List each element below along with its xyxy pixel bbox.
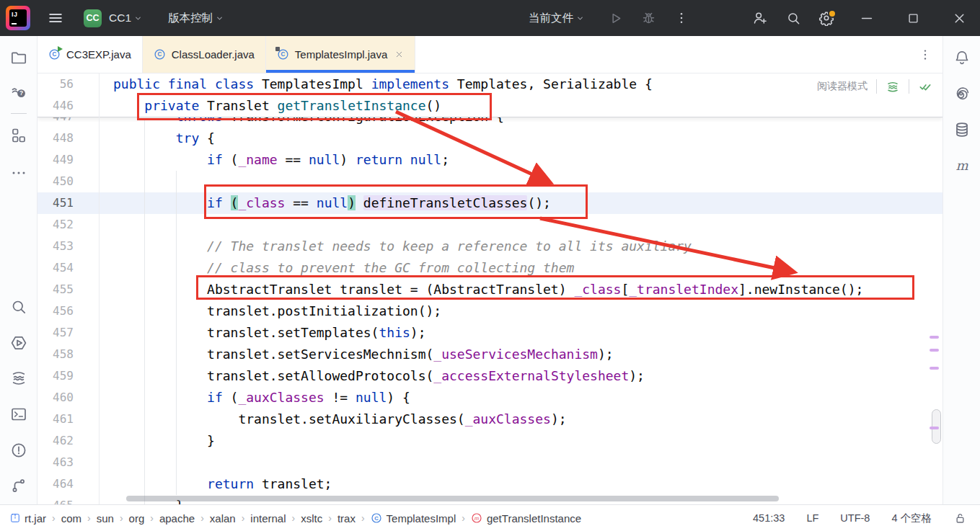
line-number[interactable]: 461: [37, 409, 99, 430]
code-text[interactable]: if (_class == null) defineTransletClasse…: [99, 192, 943, 214]
code-text[interactable]: translet.setTemplates(this);: [99, 322, 943, 344]
breadcrumb-item-org[interactable]: org: [129, 512, 145, 525]
file-encoding[interactable]: UTF-8: [840, 512, 870, 524]
line-number[interactable]: 455: [37, 279, 99, 300]
code-text[interactable]: return translet;: [99, 473, 943, 495]
class-icon: C: [371, 512, 382, 524]
code-text[interactable]: [99, 171, 943, 192]
tab-close-icon[interactable]: [394, 50, 404, 59]
line-number[interactable]: 448: [37, 128, 99, 149]
problems-tool-button[interactable]: [7, 439, 30, 462]
window-minimize-button[interactable]: [856, 7, 878, 29]
breadcrumb-item-com[interactable]: com: [61, 512, 81, 525]
project-tool-button[interactable]: [7, 46, 30, 69]
line-number[interactable]: 451: [37, 192, 99, 214]
project-chevron-down-icon[interactable]: [133, 13, 144, 24]
breadcrumb-item-TemplatesImpl[interactable]: CTemplatesImpl: [371, 512, 456, 525]
line-number[interactable]: 56: [37, 73, 99, 95]
code-text[interactable]: translet.postInitialization();: [99, 300, 943, 322]
code-text[interactable]: public final class TemplatesImpl impleme…: [99, 73, 943, 95]
code-text[interactable]: AbstractTranslet translet = (AbstractTra…: [99, 279, 943, 300]
tab-options-icon[interactable]: [918, 48, 932, 62]
code-text[interactable]: private Translet getTransletInstance(): [99, 95, 943, 117]
search-everywhere-icon[interactable]: [782, 7, 804, 29]
line-number[interactable]: 456: [37, 300, 99, 322]
breadcrumb-item-sun[interactable]: sun: [97, 512, 114, 525]
breadcrumb-item-apache[interactable]: apache: [159, 512, 195, 525]
services-tool-button[interactable]: [7, 367, 30, 390]
line-number[interactable]: 465: [37, 495, 99, 504]
line-number[interactable]: 463: [37, 452, 99, 473]
tab-TemplatesImpl.java[interactable]: CTemplatesImpl.java: [266, 36, 415, 73]
code-text[interactable]: [99, 214, 943, 236]
run-button[interactable]: [604, 7, 626, 29]
line-number[interactable]: 452: [37, 214, 99, 236]
caret-position[interactable]: 451:33: [753, 512, 785, 524]
line-number[interactable]: 453: [37, 236, 99, 257]
debug-button[interactable]: [637, 7, 659, 29]
project-name[interactable]: CC1: [109, 12, 131, 24]
line-number[interactable]: 446: [37, 95, 99, 117]
main-menu-icon[interactable]: [45, 7, 66, 29]
code-editor[interactable]: 447 throws TransformerConfigurationExcep…: [37, 73, 943, 504]
readonly-lock-icon[interactable]: [953, 512, 967, 525]
code-vision-icon[interactable]: [886, 79, 900, 94]
ai-assistant-button[interactable]: [950, 82, 974, 105]
breadcrumb-item-internal[interactable]: internal: [250, 512, 286, 525]
line-number[interactable]: 457: [37, 322, 99, 344]
line-number[interactable]: 464: [37, 473, 99, 495]
tab-ClassLoader.java[interactable]: CClassLoader.java: [143, 36, 266, 73]
code-text[interactable]: translet.setAuxiliaryClasses(_auxClasses…: [99, 409, 943, 430]
app-logo-icon[interactable]: IJ: [6, 6, 30, 30]
line-number[interactable]: 460: [37, 387, 99, 409]
code-text[interactable]: if (_auxClasses != null) {: [99, 387, 943, 409]
code-with-me-icon[interactable]: [749, 7, 771, 29]
breadcrumb-item-xalan[interactable]: xalan: [210, 512, 236, 525]
vcs-chevron-down-icon[interactable]: [214, 13, 225, 24]
notifications-button[interactable]: [950, 46, 974, 69]
window-close-button[interactable]: [948, 7, 970, 29]
vcs-widget[interactable]: 版本控制: [168, 11, 213, 26]
window-maximize-button[interactable]: [902, 7, 924, 29]
code-text[interactable]: try {: [99, 128, 943, 149]
more-actions-icon[interactable]: [671, 7, 692, 29]
settings-gear-icon[interactable]: [816, 7, 837, 29]
plugin-question-tool-button[interactable]: ?: [7, 81, 30, 104]
code-text[interactable]: translet.setAllowedProtocols(_accessExte…: [99, 365, 943, 387]
find-tool-button[interactable]: [7, 295, 30, 318]
code-line-457: 457 translet.setTemplates(this);: [37, 322, 943, 344]
code-text[interactable]: // The translet needs to keep a referenc…: [99, 236, 943, 257]
line-separator[interactable]: LF: [806, 512, 818, 524]
breadcrumb-item-xsltc[interactable]: xsltc: [301, 512, 322, 525]
line-number[interactable]: 459: [37, 365, 99, 387]
structure-tool-button[interactable]: [7, 124, 30, 147]
code-text[interactable]: }: [99, 430, 943, 452]
breadcrumb-item-rt.jar[interactable]: rt.jar: [10, 512, 46, 525]
line-number[interactable]: 462: [37, 430, 99, 452]
more-tool-windows-button[interactable]: [7, 161, 30, 184]
indent-setting[interactable]: 4 个空格: [891, 512, 932, 525]
line-number[interactable]: 450: [37, 171, 99, 192]
inspections-ok-icon[interactable]: [918, 79, 932, 94]
terminal-tool-button[interactable]: [7, 403, 30, 426]
version-control-tool-button[interactable]: [7, 474, 30, 497]
code-text[interactable]: translet.setServicesMechnism(_useService…: [99, 344, 943, 365]
run-tool-button[interactable]: [7, 331, 30, 354]
run-config-selector[interactable]: 当前文件: [529, 11, 573, 26]
database-tool-button[interactable]: [950, 118, 974, 141]
class-icon: C: [48, 48, 61, 61]
run-config-chevron-down-icon[interactable]: [575, 13, 586, 24]
svg-text:C: C: [157, 51, 162, 58]
tab-CC3EXP.java[interactable]: CCC3EXP.java: [37, 36, 143, 73]
reader-mode-label[interactable]: 阅读器模式: [817, 80, 868, 93]
line-number[interactable]: 449: [37, 149, 99, 171]
code-text[interactable]: if (_name == null) return null;: [99, 149, 943, 171]
code-text[interactable]: // class to prevent the GC from collecti…: [99, 257, 943, 279]
code-text[interactable]: [99, 452, 943, 473]
breadcrumb-item-getTransletInstance[interactable]: mgetTransletInstance: [471, 512, 581, 525]
line-number[interactable]: 458: [37, 344, 99, 365]
breadcrumb-item-trax[interactable]: trax: [337, 512, 356, 525]
horizontal-scrollbar[interactable]: [126, 496, 779, 501]
maven-tool-button[interactable]: m: [950, 154, 974, 177]
line-number[interactable]: 454: [37, 257, 99, 279]
